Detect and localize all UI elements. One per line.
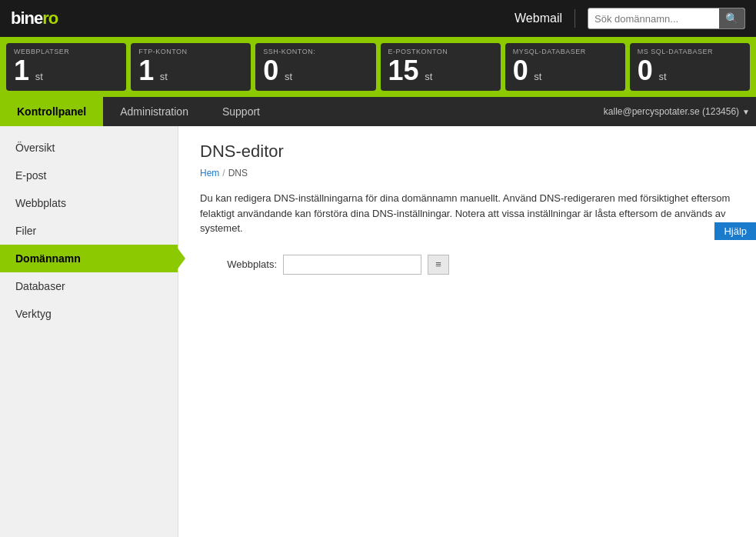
tab-kontrollpanel[interactable]: Kontrollpanel <box>0 97 103 126</box>
page-title: DNS-editor <box>200 142 734 162</box>
breadcrumb-current: DNS <box>228 168 248 178</box>
webmail-link[interactable]: Webmail <box>515 12 562 25</box>
content-area: DNS-editor Hem / DNS Du kan redigera DNS… <box>178 126 756 537</box>
app-wrapper: binero Webmail 🔍 WEBBPLATSER 1 st FTP-KO… <box>0 0 756 537</box>
stat-mssql: MS SQL-DATABASER 0 st <box>630 43 750 91</box>
sidebar-item-domannamn[interactable]: Domännamn <box>0 245 178 272</box>
top-header: binero Webmail 🔍 <box>0 0 756 37</box>
sidebar-item-webbplats[interactable]: Webbplats <box>0 189 178 217</box>
main-container: Översikt E-post Webbplats Filer Domännam… <box>0 126 756 537</box>
webbplats-menu-button[interactable]: ≡ <box>428 255 449 275</box>
search-input[interactable] <box>588 10 719 28</box>
chevron-down-icon: ▼ <box>742 108 750 116</box>
help-button[interactable]: Hjälp <box>714 222 756 240</box>
stat-webbplatser: WEBBPLATSER 1 st <box>6 43 126 91</box>
breadcrumb-home[interactable]: Hem <box>200 168 219 178</box>
webbplats-label: Webbplats: <box>200 258 277 270</box>
sidebar-item-epost[interactable]: E-post <box>0 162 178 189</box>
top-right: Webmail 🔍 <box>515 8 745 29</box>
nav-user: kalle@percyspotater.se (123456) ▼ <box>604 106 756 117</box>
sidebar-item-verktyg[interactable]: Verktyg <box>0 300 178 328</box>
stat-ftp: FTP-KONTON 1 st <box>131 43 251 91</box>
tab-support[interactable]: Support <box>205 97 277 126</box>
stat-epost: E-POSTKONTON 15 st <box>381 43 501 91</box>
search-box: 🔍 <box>588 8 745 29</box>
info-text: Du kan redigera DNS-inställningarna för … <box>200 191 734 236</box>
stat-mysql: MYSQL-DATABASER 0 st <box>505 43 625 91</box>
webbplats-form-row: Webbplats: ≡ <box>200 255 734 275</box>
search-button[interactable]: 🔍 <box>719 8 744 28</box>
sidebar-item-databaser[interactable]: Databaser <box>0 272 178 300</box>
webbplats-input[interactable] <box>283 255 421 275</box>
breadcrumb-separator: / <box>222 168 225 178</box>
sidebar: Översikt E-post Webbplats Filer Domännam… <box>0 126 178 537</box>
tab-administration[interactable]: Administration <box>103 97 205 126</box>
sidebar-item-filer[interactable]: Filer <box>0 217 178 245</box>
stat-ssh: SSH-KONTON: 0 st <box>255 43 375 91</box>
logo: binero <box>11 8 58 28</box>
stats-bar: WEBBPLATSER 1 st FTP-KONTON 1 st SSH-KON… <box>0 37 756 97</box>
breadcrumb: Hem / DNS <box>200 168 734 178</box>
sidebar-item-oversikt[interactable]: Översikt <box>0 134 178 162</box>
nav-bar: Kontrollpanel Administration Support kal… <box>0 97 756 126</box>
